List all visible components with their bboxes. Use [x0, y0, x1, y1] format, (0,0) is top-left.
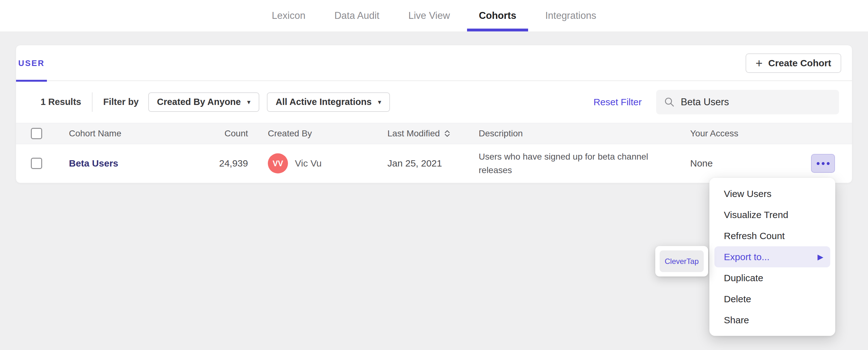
export-submenu: CleverTap	[655, 246, 708, 277]
nav-tab-live-view[interactable]: Live View	[408, 0, 450, 31]
menu-item-export-to[interactable]: Export to... ▶	[714, 246, 830, 267]
chevron-down-icon: ▾	[247, 98, 250, 106]
last-modified-label: Last Modified	[388, 129, 440, 139]
row-cell-actions	[797, 154, 852, 173]
ellipsis-icon	[822, 162, 825, 165]
menu-item-visualize-trend[interactable]: Visualize Trend	[709, 204, 835, 225]
menu-item-refresh-count[interactable]: Refresh Count	[709, 225, 835, 246]
cohort-name-link[interactable]: Beta Users	[69, 158, 118, 168]
header-cell-checkbox	[16, 128, 57, 139]
row-cell-checkbox	[16, 158, 57, 169]
nav-tab-lexicon[interactable]: Lexicon	[272, 0, 306, 31]
filter-by-label: Filter by	[103, 97, 139, 107]
header-cell-created-by[interactable]: Created By	[248, 129, 388, 139]
toolbar-divider	[92, 92, 93, 112]
tab-user[interactable]: USER	[16, 45, 47, 81]
header-cell-count[interactable]: Count	[195, 129, 248, 139]
submenu-arrow-icon: ▶	[818, 253, 823, 261]
header-cell-last-modified[interactable]: Last Modified	[388, 129, 479, 139]
panel-tab-strip: USER + Create Cohort	[16, 45, 852, 81]
row-checkbox[interactable]	[31, 158, 42, 169]
create-cohort-label: Create Cohort	[768, 58, 831, 69]
row-actions-menu: View Users Visualize Trend Refresh Count…	[709, 178, 835, 336]
ellipsis-icon	[817, 162, 819, 165]
ellipsis-icon	[827, 162, 830, 165]
row-actions-button[interactable]	[811, 154, 835, 173]
nav-tab-cohorts[interactable]: Cohorts	[479, 0, 517, 31]
row-cell-last-modified: Jan 25, 2021	[388, 158, 479, 169]
avatar: VV	[268, 153, 288, 173]
created-by-dropdown[interactable]: Created By Anyone ▾	[148, 92, 259, 112]
created-by-dropdown-value: Created By Anyone	[157, 97, 241, 107]
chevron-down-icon: ▾	[378, 98, 381, 106]
select-all-checkbox[interactable]	[31, 128, 42, 139]
nav-tab-data-audit[interactable]: Data Audit	[334, 0, 379, 31]
header-cell-description[interactable]: Description	[479, 129, 690, 139]
integrations-dropdown-value: All Active Integrations	[276, 97, 372, 107]
cohort-search-box[interactable]	[656, 90, 839, 114]
reset-filter-link[interactable]: Reset Filter	[594, 97, 642, 107]
menu-item-delete[interactable]: Delete	[709, 288, 835, 310]
row-cell-name: Beta Users	[57, 158, 195, 169]
table-row: Beta Users 24,939 VV Vic Vu Jan 25, 2021…	[16, 144, 852, 182]
menu-item-duplicate[interactable]: Duplicate	[709, 267, 835, 288]
menu-item-share[interactable]: Share	[709, 310, 835, 330]
menu-item-view-users[interactable]: View Users	[709, 183, 835, 204]
sort-icon[interactable]	[444, 130, 451, 138]
header-cell-cohort-name[interactable]: Cohort Name	[57, 129, 195, 139]
row-cell-count: 24,939	[195, 158, 248, 169]
filter-toolbar: 1 Results Filter by Created By Anyone ▾ …	[16, 81, 852, 123]
integrations-dropdown[interactable]: All Active Integrations ▾	[267, 92, 390, 112]
header-cell-your-access[interactable]: Your Access	[690, 129, 797, 139]
nav-tab-integrations[interactable]: Integrations	[545, 0, 596, 31]
cohorts-panel: USER + Create Cohort 1 Results Filter by…	[16, 45, 852, 183]
row-cell-created-by: VV Vic Vu	[248, 153, 388, 173]
search-icon	[664, 97, 675, 108]
toolbar-right-group: Reset Filter	[594, 90, 839, 114]
search-input[interactable]	[681, 97, 833, 108]
export-to-label: Export to...	[724, 252, 770, 262]
create-cohort-button[interactable]: + Create Cohort	[746, 54, 841, 73]
row-cell-your-access: None	[690, 158, 797, 169]
top-nav: Lexicon Data Audit Live View Cohorts Int…	[0, 0, 868, 31]
creator-name: Vic Vu	[295, 158, 322, 169]
results-count: 1 Results	[40, 97, 81, 107]
table-header-row: Cohort Name Count Created By Last Modifi…	[16, 123, 852, 144]
row-cell-description: Users who have signed up for beta channe…	[479, 150, 690, 177]
submenu-item-clevertap[interactable]: CleverTap	[660, 250, 704, 272]
